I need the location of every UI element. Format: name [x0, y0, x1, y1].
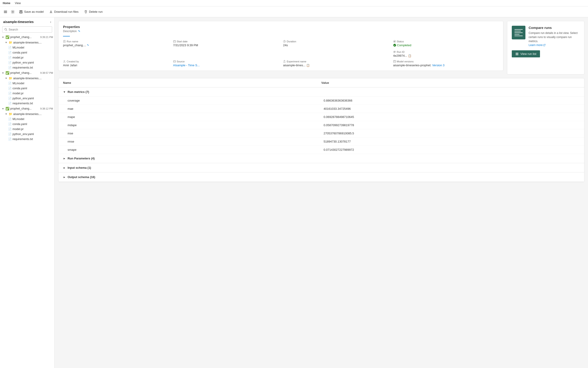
svg-rect-29: [516, 55, 518, 55]
run-parameters-section: ► Run Parameters (4): [58, 154, 584, 163]
view-run-list-button[interactable]: View run list: [512, 50, 540, 57]
file-requirements-3[interactable]: 📄requirements.txt: [0, 137, 54, 142]
sidebar-header: aisample-timeseries ‹: [0, 17, 54, 26]
file-pythonenv-1[interactable]: 📄python_env.yaml: [0, 60, 54, 65]
edit-run-name-icon[interactable]: ✎: [87, 44, 89, 47]
run-folder-1[interactable]: ▼ 📁 aisample-timeseries....: [0, 40, 54, 45]
status-completed-icon-2: ✅: [5, 71, 9, 75]
external-link-icon: [543, 44, 545, 46]
prop-source: Source AIsample - Time S...: [173, 60, 279, 67]
run-parameters-toggle[interactable]: ► Run Parameters (4): [58, 154, 584, 163]
prop-model-versions: Model versions aisample-timeseries-proph…: [393, 60, 499, 67]
sidebar-collapse-icon[interactable]: ‹: [50, 20, 51, 24]
menu-home[interactable]: Home: [3, 2, 10, 5]
run-folder-3[interactable]: ▼ 📁 aisample-timeseries....: [0, 111, 54, 117]
file-model-3[interactable]: 📄model.pr: [0, 127, 54, 132]
save-as-model-label: Save as model: [24, 10, 44, 13]
file-mlmodel-2[interactable]: 📄MLmodel: [0, 81, 54, 86]
chevron-down-icon: ▼: [1, 72, 5, 74]
created-by-value: Amir Jafari: [63, 64, 169, 67]
properties-grid: Run name prophet_chang.... ✎ Start date …: [63, 40, 499, 57]
start-date-label: Start date: [173, 40, 279, 43]
file-icon: 📄: [8, 102, 12, 105]
chevron-down-icon: ▼: [1, 108, 5, 110]
sidebar: aisample-timeseries ‹ ▼ ✅ prophet_chang.…: [0, 17, 55, 368]
duration-value: 24s: [283, 44, 389, 47]
run-name-1: prophet_chang...: [10, 36, 32, 39]
run-metrics-section: ▼ Run metrics (7) coverage 0.88636363636…: [58, 87, 584, 154]
prop-status: Status Completed: [393, 40, 499, 47]
view-run-list-label: View run list: [520, 52, 536, 55]
file-pythonenv-3[interactable]: 📄python_env.yaml: [0, 132, 54, 137]
sidebar-title: aisample-timeseries: [3, 20, 34, 24]
properties-card: Properties Description ✎ Run name proph: [58, 21, 503, 71]
search-input[interactable]: [9, 28, 50, 31]
status-completed-icon: [393, 44, 396, 47]
svg-rect-28: [516, 54, 518, 54]
output-schema-toggle[interactable]: ► Output schema (16): [58, 173, 584, 182]
delete-run-button[interactable]: Delete run: [82, 9, 105, 15]
run-time-1: 9:39:21 PM: [40, 36, 53, 38]
chevron-right-icon: ►: [63, 166, 66, 169]
menu-bar: Home View: [0, 0, 588, 6]
run-item-1[interactable]: ▼ ✅ prophet_chang... 9:39:21 PM: [0, 34, 54, 40]
learn-more-link[interactable]: Learn more: [529, 44, 545, 47]
input-schema-toggle[interactable]: ► Input schema (1): [58, 163, 584, 172]
run-folder-2[interactable]: ▼ 📁 aisample-timeseries....: [0, 76, 54, 81]
edit-description-icon[interactable]: ✎: [78, 30, 80, 33]
cards-row: Properties Description ✎ Run name proph: [58, 21, 584, 74]
run-name-2: prophet_chang...: [10, 71, 32, 74]
model-versions-value: aisample-timeseries-prophet: Version 3: [393, 64, 499, 67]
run-parameters-label: Run Parameters (4): [68, 157, 95, 160]
input-schema-section: ► Input schema (1): [58, 163, 584, 173]
created-by-label: Created by: [63, 60, 169, 63]
run-group-3: ▼ ✅ prophet_chang... 9:38:12 PM ▼ 📁 aisa…: [0, 106, 54, 142]
file-requirements-1[interactable]: 📄requirements.txt: [0, 65, 54, 70]
copy-run-id-icon[interactable]: 📋: [408, 54, 411, 57]
svg-point-22: [64, 61, 65, 62]
svg-rect-23: [173, 61, 176, 62]
chevron-down-icon: ▼: [1, 36, 5, 38]
settings-icon-btn[interactable]: [9, 9, 16, 15]
file-conda-2[interactable]: 📄conda.yaml: [0, 86, 54, 91]
file-mlmodel-1[interactable]: 📄MLmodel: [0, 45, 54, 50]
folder-icon-3: 📁: [9, 112, 12, 116]
chevron-down-icon: ▼: [5, 41, 8, 44]
metric-coverage: coverage 0.8863636363636366: [58, 97, 584, 105]
run-name-3: prophet_chang...: [10, 107, 32, 110]
file-conda-3[interactable]: 📄conda.yaml: [0, 122, 54, 127]
file-icon: 📄: [8, 138, 12, 141]
run-item-2[interactable]: ▼ ✅ prophet_chang... 9:38:57 PM: [0, 70, 54, 76]
file-icon: 📄: [8, 128, 12, 131]
checkmark-circle-icon: [393, 40, 396, 43]
clock-icon: [283, 40, 286, 43]
file-model-1[interactable]: 📄model.pr: [0, 55, 54, 60]
copy-experiment-icon[interactable]: 📋: [306, 64, 310, 67]
compare-line-4: [515, 34, 519, 35]
status-completed-icon-1: ✅: [5, 35, 9, 39]
download-run-files-label: Download run files: [54, 10, 79, 13]
delete-run-label: Delete run: [89, 10, 103, 13]
file-icon: 📄: [8, 46, 12, 49]
save-as-model-button[interactable]: Save as model: [17, 9, 46, 15]
file-requirements-2[interactable]: 📄requirements.txt: [0, 101, 54, 106]
menu-view[interactable]: View: [15, 2, 21, 5]
app-body: aisample-timeseries ‹ ▼ ✅ prophet_chang.…: [0, 17, 588, 368]
list-icon: [515, 52, 519, 55]
file-conda-1[interactable]: 📄conda.yaml: [0, 50, 54, 55]
file-pythonenv-2[interactable]: 📄python_env.yaml: [0, 96, 54, 101]
folder-icon-1: 📁: [9, 41, 12, 44]
file-mlmodel-3[interactable]: 📄MLmodel: [0, 117, 54, 122]
metric-mape: mape 0.06928788498710645: [58, 113, 584, 121]
description-label: Description: [63, 30, 77, 33]
download-run-files-button[interactable]: Download run files: [47, 9, 81, 15]
run-item-3[interactable]: ▼ ✅ prophet_chang... 9:38:12 PM: [0, 106, 54, 111]
file-model-2[interactable]: 📄model.pr: [0, 91, 54, 96]
metric-rmse: rmse 51894730.13078177: [58, 138, 584, 146]
svg-rect-26: [394, 61, 395, 62]
folder-name-1: aisample-timeseries....: [13, 41, 42, 44]
metrics-section: Name Value ▼ Run metrics (7) coverage 0.…: [58, 78, 584, 182]
run-metrics-toggle[interactable]: ▼ Run metrics (7): [58, 87, 584, 97]
home-icon-btn[interactable]: [2, 9, 9, 15]
svg-rect-27: [516, 53, 518, 53]
